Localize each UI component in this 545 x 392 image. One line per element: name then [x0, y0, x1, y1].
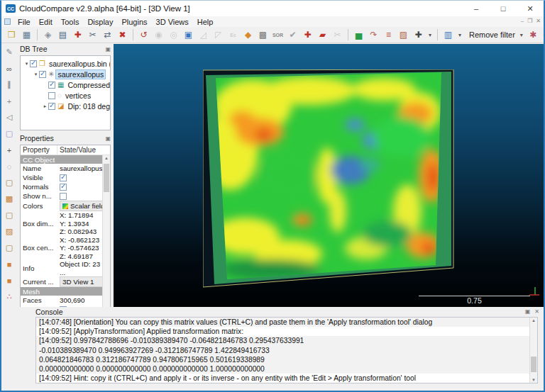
menu-item[interactable]: Help: [193, 18, 218, 26]
pivot-icon[interactable]: ↺: [137, 28, 150, 42]
tree-expand-icon[interactable]: ▾: [23, 61, 30, 67]
ec-icon[interactable]: Ec: [226, 28, 240, 42]
property-row[interactable]: Mesh: [21, 287, 110, 296]
delete-icon[interactable]: ✖: [116, 28, 129, 42]
magnifier-icon[interactable]: ◌: [3, 160, 16, 172]
properties-scrollbar[interactable]: ▲ ▼: [102, 155, 110, 323]
compute-dropdown-icon[interactable]: ▾: [426, 28, 434, 42]
segment-icon[interactable]: ✂: [86, 28, 99, 42]
close-button[interactable]: ✕: [517, 1, 544, 16]
db-tree-undock-icon[interactable]: ▣: [105, 46, 111, 52]
property-row[interactable]: Colors Scalar field: [21, 201, 110, 211]
pencil-icon[interactable]: ✎: [3, 46, 16, 58]
property-row[interactable]: Visible: [21, 173, 110, 182]
property-row[interactable]: Current ... 3D View 1: [21, 276, 110, 287]
binoculars-icon[interactable]: ∞: [3, 62, 16, 74]
canupo-dropdown-icon[interactable]: ▾: [541, 28, 544, 42]
tree-item[interactable]: ▾ ✳ saurexallopus: [21, 69, 110, 79]
tree-item[interactable]: ▸ ◪ Dip: 018 deg. ...: [21, 101, 110, 111]
property-row[interactable]: Normals: [21, 182, 110, 191]
tree-checkbox[interactable]: [48, 92, 55, 99]
mdi-close-button[interactable]: ✕: [536, 17, 541, 26]
clone-icon[interactable]: ◈: [41, 28, 55, 42]
filter-film-icon[interactable]: ▥: [441, 28, 455, 42]
shader-box1-icon[interactable]: ■: [3, 258, 16, 270]
gl-filter4-icon[interactable]: ▨: [3, 225, 16, 237]
property-row[interactable]: Show n...: [21, 191, 110, 201]
check-icon[interactable]: ✔: [286, 28, 299, 42]
mesh-folder-icon[interactable]: ▰: [316, 28, 329, 42]
apply-transformation-icon[interactable]: ✚: [71, 28, 84, 42]
gl-filter3-icon[interactable]: ▢: [3, 209, 16, 221]
console-scrollbar[interactable]: ▲ ▼: [529, 318, 537, 383]
bell-icon[interactable]: ◆: [241, 28, 255, 42]
zoom-out-icon[interactable]: ◿: [197, 28, 210, 42]
tree-checkbox[interactable]: [48, 82, 55, 89]
property-checkbox[interactable]: [60, 184, 67, 191]
contour-icon[interactable]: ▨: [397, 28, 410, 42]
properties-undock-icon[interactable]: ▣: [105, 135, 111, 142]
translate-rotate-icon[interactable]: ⇄: [101, 28, 114, 42]
cube-purple-icon[interactable]: ▢: [3, 128, 16, 140]
gl-filter5-icon[interactable]: ▢: [3, 242, 16, 254]
menu-item[interactable]: File: [13, 18, 35, 26]
pause-icon[interactable]: ∥: [3, 79, 16, 91]
sor-filter-icon[interactable]: SOR: [271, 28, 285, 42]
tree-item[interactable]: ▾ ❒ saurexallopus.bin (C:...: [21, 58, 110, 69]
tree-expand-icon[interactable]: ▾: [33, 72, 39, 77]
property-row[interactable]: Box cen... X: -0.862123 Y: -0.574623 Z: …: [21, 236, 110, 261]
property-row[interactable]: CC Object: [21, 155, 110, 164]
property-row[interactable]: Name saurexallopus: [21, 164, 110, 173]
tree-item[interactable]: ▦ Compressed ...: [21, 79, 110, 90]
menu-item[interactable]: Edit: [35, 18, 57, 26]
3d-viewport[interactable]: 0.75: [114, 44, 544, 307]
pick-point-icon[interactable]: ◉: [152, 28, 165, 42]
console-pin-icon[interactable]: ▣: [525, 308, 531, 315]
menu-item[interactable]: Tools: [57, 18, 84, 26]
crosshair-icon[interactable]: +: [3, 144, 16, 156]
screenshot-icon[interactable]: ▣: [182, 28, 195, 42]
property-row[interactable]: Box dim... X: 1.71894 Y: 1.3934 Z: 0.082…: [21, 211, 110, 236]
scroll-up-icon[interactable]: ▲: [532, 318, 536, 323]
property-checkbox[interactable]: [60, 174, 67, 181]
remove-filter-button[interactable]: Remove filter: [464, 28, 520, 42]
tree-item[interactable]: ◌ vertices: [21, 90, 110, 101]
zoom-in-icon[interactable]: ◸: [211, 28, 225, 42]
filter-dropdown-icon[interactable]: ▾: [456, 28, 463, 42]
gl-filter2-icon[interactable]: ▩: [3, 193, 16, 205]
tree-checkbox[interactable]: [30, 60, 37, 67]
curvature-icon[interactable]: ↷: [367, 28, 380, 42]
property-row[interactable]: Info Object ID: 23 - ...: [21, 260, 110, 276]
save-icon[interactable]: ▦: [20, 28, 33, 42]
compute-icon[interactable]: ✚: [412, 28, 425, 42]
rasterize-icon[interactable]: ≡: [382, 28, 395, 42]
menu-item[interactable]: 3D Views: [152, 18, 193, 26]
property-row[interactable]: Faces 300,690: [21, 296, 110, 305]
maximize-button[interactable]: □: [490, 1, 517, 16]
console-close-icon[interactable]: ✕: [534, 308, 539, 315]
cut-icon[interactable]: ✂: [331, 28, 344, 42]
dots-icon[interactable]: ∴: [3, 291, 16, 303]
tree-checkbox[interactable]: [39, 71, 46, 78]
level-icon[interactable]: ◎: [167, 28, 180, 42]
scroll-down-icon[interactable]: ▼: [532, 378, 536, 382]
add-normals-icon[interactable]: ✚: [301, 28, 314, 42]
menu-item[interactable]: Plugins: [117, 18, 151, 26]
mdi-restore-button[interactable]: ❐: [527, 17, 532, 26]
scroll-up-icon[interactable]: ▲: [104, 156, 109, 160]
minimize-button[interactable]: –: [463, 1, 490, 16]
checkerboard-icon[interactable]: ▩: [256, 28, 270, 42]
menu-item[interactable]: Display: [83, 18, 117, 26]
open-icon[interactable]: ❒: [5, 28, 18, 42]
mdi-minimize-button[interactable]: –: [521, 17, 524, 26]
histogram-icon[interactable]: ▅: [352, 28, 365, 42]
properties-list-icon[interactable]: ▤: [56, 28, 70, 42]
tree-expand-icon[interactable]: ▸: [42, 103, 48, 109]
gl-filter1-icon[interactable]: ▢: [3, 177, 16, 189]
speaker-icon[interactable]: ◁: [3, 111, 16, 123]
canupo-create-icon[interactable]: ✱: [527, 28, 540, 42]
tree-checkbox[interactable]: [48, 103, 55, 110]
shader-box2-icon[interactable]: ■: [3, 274, 16, 286]
remove-filter-dropdown-icon[interactable]: ▾: [520, 32, 523, 38]
plus-icon[interactable]: +: [3, 95, 16, 107]
